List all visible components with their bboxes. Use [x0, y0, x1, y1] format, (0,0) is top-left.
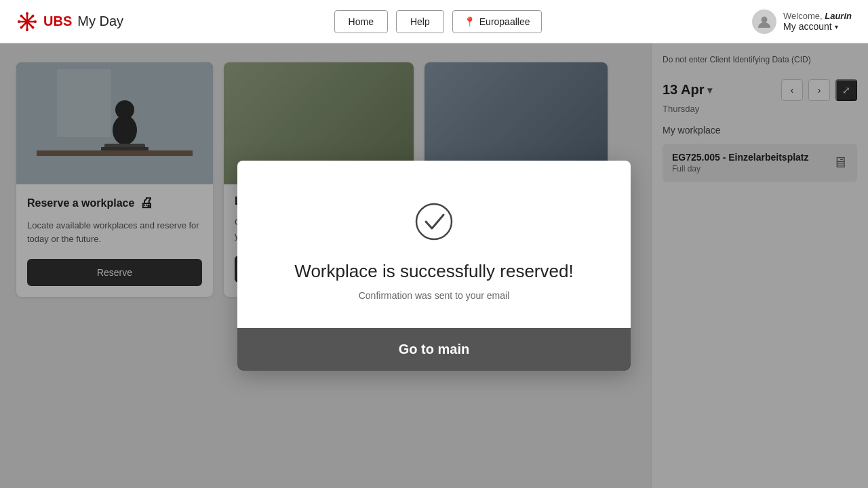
user-area: Welcome, Laurin My account — [752, 9, 852, 34]
logo-app-name: My Day — [77, 14, 123, 29]
svg-point-4 — [26, 12, 28, 15]
success-check-icon — [414, 201, 454, 242]
my-account-link[interactable]: My account — [783, 21, 852, 32]
svg-point-21 — [416, 204, 452, 239]
main-area: Reserve a workplace 🖨 Locate available w… — [0, 43, 868, 488]
svg-point-7 — [34, 20, 37, 23]
location-label: Europaallee — [479, 16, 530, 27]
welcome-prefix: Welcome, — [783, 11, 825, 21]
ubs-logo-icon — [16, 11, 38, 33]
success-modal: Workplace is successfully reserved! Conf… — [237, 161, 631, 371]
svg-point-8 — [20, 14, 23, 17]
svg-point-5 — [26, 28, 28, 31]
go-to-main-label: Go to main — [399, 342, 469, 357]
svg-point-12 — [762, 16, 768, 22]
modal-body: Workplace is successfully reserved! Conf… — [237, 161, 631, 328]
user-info: Welcome, Laurin My account — [783, 11, 852, 32]
modal-overlay: Workplace is successfully reserved! Conf… — [0, 43, 868, 488]
logo-brand: UBS — [43, 14, 72, 29]
welcome-text: Welcome, Laurin — [783, 11, 852, 21]
help-button[interactable]: Help — [396, 10, 444, 33]
location-pin-icon: 📍 — [464, 16, 475, 27]
location-button[interactable]: 📍 Europaallee — [452, 10, 542, 33]
home-button[interactable]: Home — [334, 10, 388, 33]
svg-point-9 — [32, 14, 35, 17]
go-to-main-button[interactable]: Go to main — [237, 328, 631, 371]
header-navigation: Home Help 📍 Europaallee — [334, 10, 542, 33]
svg-point-11 — [32, 26, 35, 28]
svg-point-10 — [20, 26, 23, 28]
welcome-name: Laurin — [825, 11, 852, 21]
modal-title: Workplace is successfully reserved! — [264, 261, 604, 282]
modal-subtitle: Confirmation was sent to your email — [264, 290, 604, 301]
user-avatar — [752, 9, 776, 34]
svg-point-6 — [18, 20, 20, 23]
logo-area: UBS My Day — [16, 11, 123, 33]
app-header: UBS My Day Home Help 📍 Europaallee Welco… — [0, 0, 868, 43]
